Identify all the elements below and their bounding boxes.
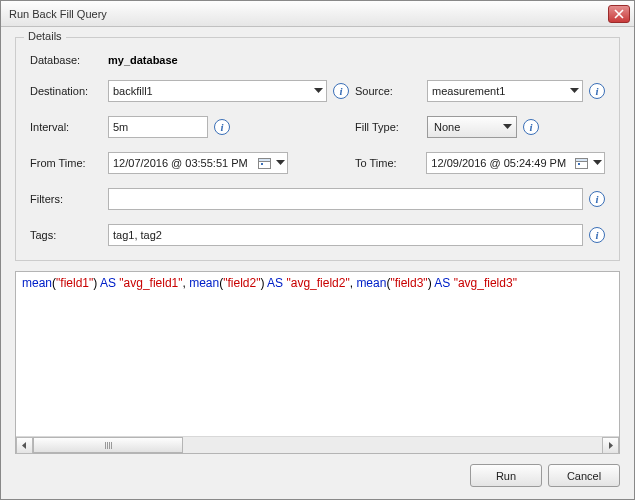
svg-rect-5 <box>578 163 580 165</box>
query-text: mean("field1") AS "avg_field1", mean("fi… <box>16 272 619 436</box>
label-fromtime: From Time: <box>30 157 102 169</box>
info-icon[interactable]: i <box>589 191 605 207</box>
titlebar: Run Back Fill Query <box>1 1 634 27</box>
row-times: From Time: 12/07/2016 @ 03:55:51 PM To T… <box>30 152 605 174</box>
footer: Run Cancel <box>15 454 620 487</box>
scroll-left-button[interactable] <box>16 437 33 454</box>
cancel-button[interactable]: Cancel <box>548 464 620 487</box>
calendar-icon <box>575 157 588 169</box>
filltype-dropdown[interactable]: None <box>427 116 517 138</box>
info-icon[interactable]: i <box>589 83 605 99</box>
row-filters: Filters: i <box>30 188 605 210</box>
label-destination: Destination: <box>30 85 102 97</box>
filters-input[interactable] <box>108 188 583 210</box>
scroll-thumb[interactable] <box>33 437 183 453</box>
row-dest-source: Destination: backfill1 i Source: measure… <box>30 80 605 102</box>
label-totime: To Time: <box>355 157 420 169</box>
totime-picker[interactable]: 12/09/2016 @ 05:24:49 PM <box>426 152 605 174</box>
chevron-down-icon <box>593 160 602 166</box>
svg-rect-2 <box>261 163 263 165</box>
content-area: Details Database: my_database Destinatio… <box>1 27 634 499</box>
chevron-down-icon <box>503 124 512 130</box>
value-database: my_database <box>108 54 178 66</box>
close-button[interactable] <box>608 5 630 23</box>
svg-rect-4 <box>576 159 588 162</box>
totime-value: 12/09/2016 @ 05:24:49 PM <box>431 157 566 169</box>
source-value: measurement1 <box>432 85 505 97</box>
tags-input[interactable] <box>108 224 583 246</box>
info-icon[interactable]: i <box>214 119 230 135</box>
horizontal-scrollbar[interactable] <box>16 436 619 453</box>
chevron-down-icon <box>570 88 579 94</box>
destination-value: backfill1 <box>113 85 153 97</box>
row-interval-fill: Interval: i Fill Type: None i <box>30 116 605 138</box>
scroll-right-button[interactable] <box>602 437 619 454</box>
info-icon[interactable]: i <box>589 227 605 243</box>
fromtime-picker[interactable]: 12/07/2016 @ 03:55:51 PM <box>108 152 288 174</box>
label-source: Source: <box>355 85 421 97</box>
window-title: Run Back Fill Query <box>9 8 608 20</box>
details-group: Details Database: my_database Destinatio… <box>15 37 620 261</box>
group-legend: Details <box>24 30 66 42</box>
label-filters: Filters: <box>30 193 102 205</box>
close-icon <box>614 9 624 19</box>
chevron-down-icon <box>276 160 285 166</box>
scroll-track[interactable] <box>33 437 602 453</box>
interval-input[interactable] <box>108 116 208 138</box>
gripper-icon <box>105 442 112 449</box>
calendar-icon <box>258 157 271 169</box>
dialog-window: Run Back Fill Query Details Database: my… <box>0 0 635 500</box>
svg-rect-1 <box>259 159 271 162</box>
row-tags: Tags: i <box>30 224 605 246</box>
query-editor[interactable]: mean("field1") AS "avg_field1", mean("fi… <box>15 271 620 454</box>
label-interval: Interval: <box>30 121 102 133</box>
filltype-value: None <box>434 121 460 133</box>
label-tags: Tags: <box>30 229 102 241</box>
label-database: Database: <box>30 54 102 66</box>
label-filltype: Fill Type: <box>355 121 421 133</box>
info-icon[interactable]: i <box>333 83 349 99</box>
info-icon[interactable]: i <box>523 119 539 135</box>
row-database: Database: my_database <box>30 54 605 66</box>
chevron-down-icon <box>314 88 323 94</box>
fromtime-value: 12/07/2016 @ 03:55:51 PM <box>113 157 248 169</box>
source-combo[interactable]: measurement1 <box>427 80 583 102</box>
run-button[interactable]: Run <box>470 464 542 487</box>
destination-combo[interactable]: backfill1 <box>108 80 327 102</box>
